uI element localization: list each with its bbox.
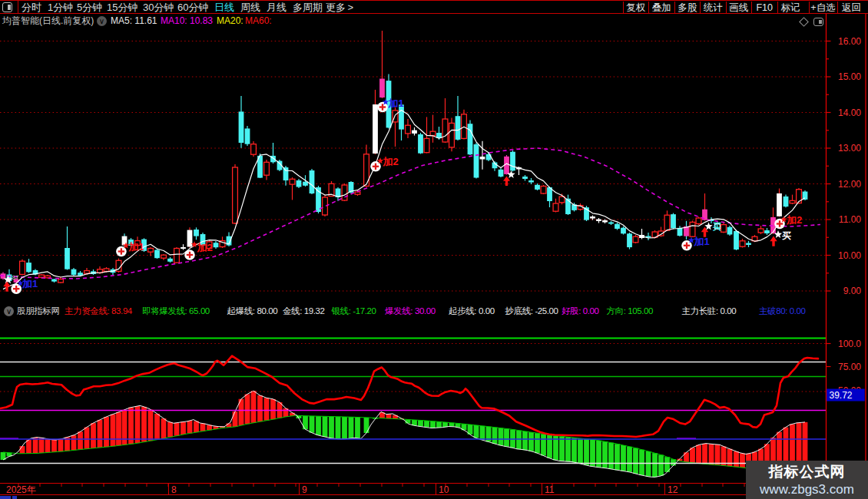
svg-text:10.00: 10.00: [838, 250, 861, 261]
svg-text:75.00: 75.00: [838, 362, 861, 372]
svg-text:12.00: 12.00: [838, 179, 861, 190]
svg-text:加2: 加2: [786, 214, 802, 226]
svg-text:11: 11: [545, 484, 555, 495]
svg-text:8: 8: [171, 484, 177, 495]
svg-text:15.00: 15.00: [838, 71, 861, 82]
svg-text:9.00: 9.00: [843, 286, 862, 296]
svg-text:加1: 加1: [694, 236, 710, 247]
svg-text:加2: 加2: [383, 156, 399, 167]
svg-text:9: 9: [302, 484, 307, 495]
svg-text:12: 12: [668, 484, 678, 495]
svg-text:加2: 加2: [197, 242, 213, 253]
svg-text:2025年: 2025年: [6, 484, 36, 495]
svg-text:买: 买: [782, 230, 791, 241]
svg-text:ST: ST: [12, 275, 20, 280]
svg-text:加1: 加1: [22, 278, 38, 289]
svg-text:买: 买: [712, 222, 721, 231]
svg-text:11.00: 11.00: [839, 214, 861, 225]
svg-text:加1: 加1: [388, 97, 404, 109]
svg-text:14.00: 14.00: [838, 107, 861, 118]
svg-text:加1: 加1: [128, 241, 144, 253]
svg-text:39.72: 39.72: [830, 390, 853, 401]
svg-text:13.00: 13.00: [838, 143, 861, 154]
svg-text:10: 10: [439, 484, 449, 495]
svg-text:16.00: 16.00: [838, 36, 861, 47]
svg-text:100.0: 100.0: [838, 339, 861, 349]
